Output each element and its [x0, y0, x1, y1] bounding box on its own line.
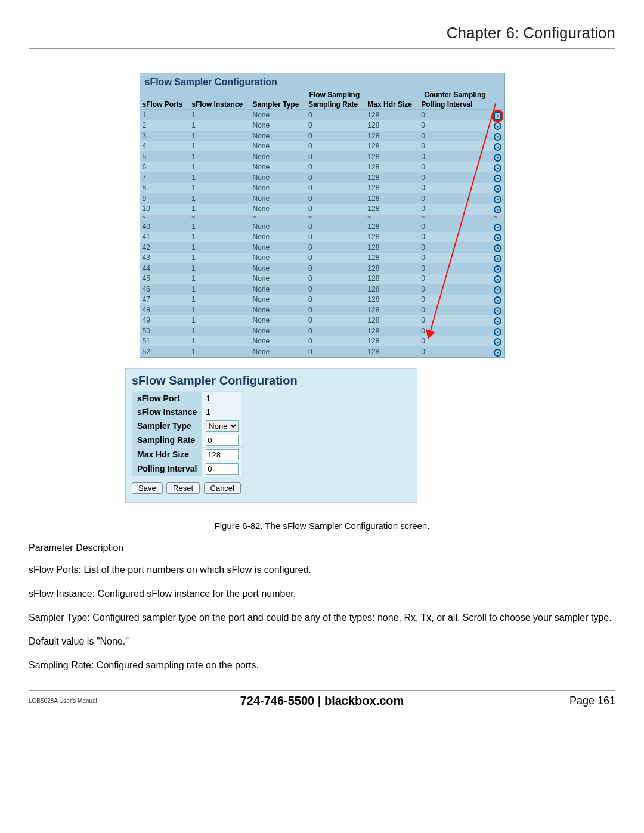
table-row: 51None01280	[140, 151, 504, 162]
edit-icon[interactable]	[494, 244, 501, 252]
edit-icon[interactable]	[494, 224, 501, 231]
page-footer: LGB5028A User's Manual 724-746-5500 | bl…	[29, 690, 615, 707]
param-desc-heading: Parameter Description	[29, 543, 615, 553]
edit-icon[interactable]	[494, 275, 501, 283]
param-sflow-instance: sFlow Instance: Configured sFlow instanc…	[29, 587, 615, 601]
edit-icon[interactable]	[494, 185, 501, 193]
lbl-polling-interval: Polling Interval	[132, 462, 202, 476]
edit-icon[interactable]	[494, 255, 501, 262]
edit-icon[interactable]	[494, 143, 501, 151]
table-row: 401None01280	[140, 221, 504, 232]
lbl-sampling-rate: Sampling Rate	[132, 433, 202, 447]
col-max-hdr: Max Hdr Size	[365, 100, 419, 110]
main-table-screenshot: sFlow Sampler Configuration sFlow Ports …	[140, 73, 505, 358]
edit-icon[interactable]	[494, 296, 501, 304]
table-row: 21None01280	[140, 120, 504, 131]
table-row: 31None01280	[140, 131, 504, 141]
edit-icon[interactable]	[494, 196, 501, 203]
param-sampling-rate: Sampling Rate: Configured sampling rate …	[29, 658, 615, 673]
table-row: 91None01280	[140, 193, 504, 204]
table-row: 481None01280	[140, 305, 504, 315]
colgroup-flow: Flow Sampling	[250, 90, 419, 100]
val-sflow-instance: 1	[202, 405, 243, 419]
table-row: 471None01280	[140, 295, 504, 305]
edit-icon[interactable]	[494, 265, 501, 273]
input-sampling-rate[interactable]	[206, 435, 239, 446]
table-row: 511None01280	[140, 336, 504, 347]
table-row: 421None01280	[140, 242, 504, 253]
table-row: 491None01280	[140, 315, 504, 326]
table-row: 81None01280	[140, 183, 504, 194]
detail-title: sFlow Sampler Configuration	[132, 374, 411, 388]
col-instance: sFlow Instance	[189, 90, 250, 110]
param-sampler-type: Sampler Type: Configured sampler type on…	[29, 611, 615, 625]
edit-icon[interactable]	[494, 206, 501, 213]
edit-icon[interactable]	[494, 154, 501, 162]
edit-icon[interactable]	[494, 286, 501, 294]
detail-panel-screenshot: sFlow Sampler Configuration sFlow Port 1…	[125, 368, 417, 503]
table-row: 101None01280	[140, 204, 504, 215]
table-row: 61None01280	[140, 162, 504, 173]
col-sampling-rate: Sampling Rate	[306, 100, 365, 110]
edit-icon[interactable]	[494, 112, 501, 120]
table-row: 71None01280	[140, 172, 504, 183]
figure-caption: Figure 6-82. The sFlow Sampler Configura…	[29, 521, 615, 531]
table-row: 441None01280	[140, 263, 504, 274]
table1-title: sFlow Sampler Configuration	[140, 73, 504, 90]
edit-icon[interactable]	[494, 307, 501, 315]
input-max-hdr[interactable]	[206, 449, 239, 460]
col-polling: Polling Interval	[419, 100, 491, 110]
edit-icon[interactable]	[494, 164, 501, 172]
param-default: Default value is "None."	[29, 634, 615, 649]
lbl-sflow-instance: sFlow Instance	[132, 405, 202, 419]
save-button[interactable]: Save	[132, 482, 163, 494]
cancel-button[interactable]: Cancel	[204, 482, 241, 494]
edit-icon[interactable]	[494, 349, 501, 357]
table-row: 431None01280	[140, 253, 504, 264]
col-sampler-type: Sampler Type	[250, 100, 306, 110]
select-sampler-type[interactable]: None	[206, 420, 239, 432]
col-ports: sFlow Ports	[140, 90, 190, 110]
edit-icon[interactable]	[494, 338, 501, 346]
footer-contact: 724-746-5500 | blackbox.com	[240, 694, 404, 708]
sflow-ports-table: sFlow Ports sFlow Instance Flow Sampling…	[140, 90, 504, 357]
lbl-max-hdr: Max Hdr Size	[132, 447, 202, 462]
edit-icon[interactable]	[494, 133, 501, 141]
edit-icon[interactable]	[494, 175, 501, 182]
lbl-sampler-type: Sampler Type	[132, 419, 202, 433]
table-row: 11None01280	[140, 110, 504, 120]
lbl-sflow-port: sFlow Port	[132, 391, 202, 405]
footer-page: Page 161	[569, 695, 615, 707]
param-sflow-ports: sFlow Ports: List of the port numbers on…	[29, 563, 615, 577]
edit-icon[interactable]	[494, 122, 501, 130]
detail-table: sFlow Port 1 sFlow Instance 1 Sampler Ty…	[132, 391, 243, 476]
table-row: 501None01280	[140, 326, 504, 336]
table-row: 521None01280	[140, 346, 504, 357]
input-polling-interval[interactable]	[206, 463, 239, 475]
footer-manual: LGB5028A User's Manual	[29, 698, 97, 704]
chapter-title: Chapter 6: Configuration	[29, 24, 615, 49]
table-row: 451None01280	[140, 274, 504, 284]
table-row: 41None01280	[140, 141, 504, 152]
val-sflow-port: 1	[202, 391, 243, 405]
colgroup-counter: Counter Sampling	[419, 90, 491, 100]
reset-button[interactable]: Reset	[166, 482, 200, 494]
edit-icon[interactable]	[494, 317, 501, 325]
table-row: 411None01280	[140, 232, 504, 243]
table-row: 461None01280	[140, 284, 504, 295]
edit-icon[interactable]	[494, 234, 501, 241]
edit-icon[interactable]	[494, 328, 501, 336]
